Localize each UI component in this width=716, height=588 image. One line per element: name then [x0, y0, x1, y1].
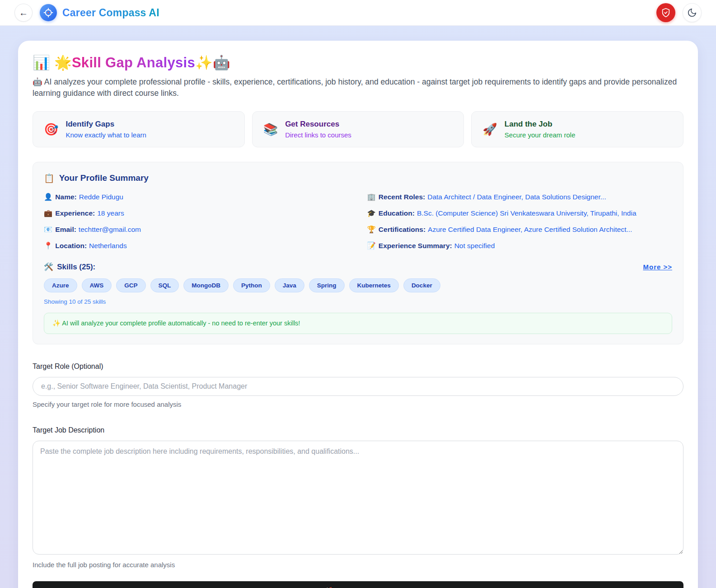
profile-field-email: 📧Email:techtter@gmail.com [44, 225, 349, 235]
job-description-textarea[interactable] [33, 441, 683, 555]
profile-field-education: 🎓Education:B.Sc. (Computer Science) Sri … [367, 209, 673, 218]
skills-header-row: 🛠️ Skills (25): More >> [44, 262, 672, 272]
skill-chip: Python [233, 278, 270, 292]
email-emoji-icon: 📧 [44, 226, 52, 233]
clipboard-emoji-icon: 📋 [44, 173, 55, 183]
feature-card-identify-gaps: 🎯 Identify Gaps Know exactly what to lea… [33, 111, 245, 147]
books-emoji-icon: 📚 [263, 123, 278, 135]
feature-title: Get Resources [285, 120, 351, 129]
page-description: 🤖 AI analyzes your complete professional… [33, 76, 679, 99]
topbar-actions [656, 3, 702, 22]
dark-mode-toggle[interactable] [683, 3, 702, 22]
profile-field-name: 👤Name:Redde Pidugu [44, 193, 349, 202]
office-emoji-icon: 🏢 [367, 193, 376, 201]
feature-subtitle: Secure your dream role [505, 131, 576, 139]
skill-gap-analysis-card: 📊 🌟Skill Gap Analysis✨🤖 🤖 AI analyzes yo… [18, 41, 698, 588]
skill-chip: Azure [44, 278, 77, 292]
feature-cards-row: 🎯 Identify Gaps Know exactly what to lea… [33, 111, 683, 147]
rocket-emoji-icon: 🚀 [482, 123, 497, 135]
page-title-text: Skill Gap Analysis [72, 55, 195, 71]
target-emoji-icon: 🎯 [44, 123, 58, 135]
skill-chip: AWS [82, 278, 112, 292]
feature-card-land-the-job: 🚀 Land the Job Secure your dream role [471, 111, 683, 147]
skills-showing-count: Showing 10 of 25 skills [44, 298, 672, 305]
back-arrow-icon: ← [19, 8, 28, 18]
profile-field-experience: 💼Experience:18 years [44, 209, 349, 218]
back-button[interactable]: ← [14, 4, 33, 22]
profile-field-experience-summary: 📝Experience Summary:Not specified [367, 241, 673, 251]
page-title: 📊 🌟Skill Gap Analysis✨🤖 [33, 54, 683, 71]
sparkles-robot-emoji: ✨🤖 [195, 55, 230, 71]
graduation-cap-emoji-icon: 🎓 [367, 209, 376, 217]
feature-subtitle: Direct links to courses [285, 131, 351, 139]
profile-fields-grid: 👤Name:Redde Pidugu 💼Experience:18 years … [44, 193, 672, 251]
skill-chip: GCP [116, 278, 145, 292]
profile-field-location: 📍Location:Netherlands [44, 241, 349, 251]
skill-chip: Java [275, 278, 304, 292]
feature-title: Land the Job [505, 120, 576, 129]
briefcase-emoji-icon: 💼 [44, 209, 52, 217]
trophy-emoji-icon: 🏆 [367, 226, 376, 233]
start-ai-analysis-button[interactable]: 🚀 Start AI Analysis [33, 581, 683, 588]
profile-fields-right: 🏢Recent Roles:Data Architect / Data Engi… [367, 193, 673, 251]
skills-chip-list: Azure AWS GCP SQL MongoDB Python Java Sp… [44, 278, 672, 292]
star-emoji: 🌟 [54, 55, 72, 71]
target-role-input[interactable] [33, 377, 683, 396]
target-role-helper: Specify your target role for more focuse… [33, 400, 683, 408]
person-emoji-icon: 👤 [44, 193, 52, 201]
shield-check-button[interactable] [656, 3, 675, 22]
moon-icon [687, 8, 697, 18]
skill-chip: MongoDB [183, 278, 229, 292]
profile-summary-panel: 📋 Your Profile Summary 👤Name:Redde Pidug… [33, 162, 683, 345]
job-description-label: Target Job Description [33, 426, 683, 434]
compass-logo-icon [40, 4, 57, 21]
skills-more-link[interactable]: More >> [643, 263, 672, 271]
skill-chip: Spring [309, 278, 345, 292]
job-description-helper: Include the full job posting for accurat… [33, 561, 683, 569]
pin-emoji-icon: 📍 [44, 242, 52, 249]
skill-chip: SQL [150, 278, 179, 292]
bar-chart-emoji: 📊 [33, 55, 50, 71]
app-title: Career Compass AI [62, 7, 159, 19]
feature-title: Identify Gaps [66, 120, 146, 129]
tools-emoji-icon: 🛠️ [44, 262, 53, 272]
feature-subtitle: Know exactly what to learn [66, 131, 146, 139]
feature-card-get-resources: 📚 Get Resources Direct links to courses [252, 111, 464, 147]
skill-chip: Docker [403, 278, 440, 292]
top-bar: ← Career Compass AI [0, 0, 716, 26]
profile-field-certifications: 🏆Certifications:Azure Certified Data Eng… [367, 225, 673, 235]
shield-check-icon [661, 8, 671, 18]
ai-auto-analyze-note: ✨ AI will analyze your complete profile … [44, 313, 672, 334]
brand: Career Compass AI [40, 4, 159, 21]
profile-fields-left: 👤Name:Redde Pidugu 💼Experience:18 years … [44, 193, 349, 251]
profile-summary-heading: 📋 Your Profile Summary [44, 173, 672, 183]
skills-heading: 🛠️ Skills (25): [44, 262, 95, 272]
skill-chip: Kubernetes [349, 278, 399, 292]
memo-emoji-icon: 📝 [367, 242, 376, 249]
profile-field-recent-roles: 🏢Recent Roles:Data Architect / Data Engi… [367, 193, 673, 202]
target-role-label: Target Role (Optional) [33, 362, 683, 371]
